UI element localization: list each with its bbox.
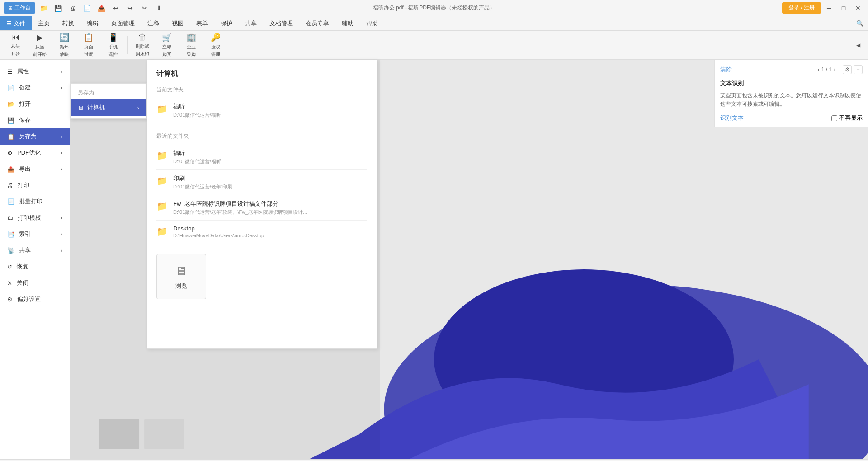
workbench-button[interactable]: ⊞ 工作台 bbox=[4, 2, 35, 14]
menu-page-manage[interactable]: 页面管理 bbox=[105, 16, 141, 30]
toolbar-separator bbox=[127, 36, 128, 54]
properties-arrow: › bbox=[61, 69, 62, 74]
browse-button[interactable]: 🖥 浏览 bbox=[156, 254, 206, 299]
menu-help[interactable]: 帮助 bbox=[360, 16, 384, 30]
menu-view[interactable]: 视图 bbox=[165, 16, 190, 30]
from-current-button[interactable]: ▶ 从当 前开始 bbox=[28, 33, 52, 58]
menu-item-print-template[interactable]: 🗂 打印模板 › bbox=[0, 210, 70, 226]
menu-item-print[interactable]: 🖨 打印 bbox=[0, 177, 70, 193]
properties-label: 属性 bbox=[17, 67, 29, 75]
mobile-label2: 遥控 bbox=[108, 52, 118, 58]
bottom-bar: ◀◀ ◀ ▶ ▶▶ ⊞ ⊟ 👁 ▤ ▥ ▦ ▧ − + 152.67% ⛶ bbox=[0, 459, 868, 461]
right-panel-toggle[interactable]: ◀ bbox=[852, 39, 864, 52]
buy-label: 立即 bbox=[162, 44, 171, 50]
minimize-button[interactable]: ─ bbox=[823, 2, 835, 14]
open-icon: 📂 bbox=[7, 101, 14, 108]
recent-folder-icon-3: 📁 bbox=[156, 226, 168, 237]
menu-assist[interactable]: 辅助 bbox=[335, 16, 360, 30]
mobile-control-button[interactable]: 📱 手机 遥控 bbox=[101, 33, 125, 58]
save-icon[interactable]: 💾 bbox=[52, 2, 64, 14]
print-icon-menu: 🖨 bbox=[7, 182, 13, 189]
export-icon[interactable]: 📤 bbox=[95, 2, 108, 14]
menu-annotate[interactable]: 注释 bbox=[141, 16, 165, 30]
print-template-arrow: › bbox=[61, 216, 62, 221]
recent-folder-name-2: Fw_老年医院标识牌项目设计稿文件部分 bbox=[173, 200, 307, 208]
current-folder-item[interactable]: 📁 福昕 D:\01微信代运营\福昕 bbox=[156, 98, 368, 123]
enterprise-label: 企业 bbox=[187, 44, 196, 50]
from-start-button[interactable]: ⏮ 从头 开始 bbox=[4, 33, 27, 58]
open-label: 打开 bbox=[19, 100, 31, 108]
menu-share[interactable]: 共享 bbox=[239, 16, 263, 30]
recent-folder-3[interactable]: 📁 Desktop D:\HuaweiMoveData\Users\rinro\… bbox=[156, 221, 367, 243]
menu-item-share[interactable]: 📡 共享 › bbox=[0, 242, 70, 259]
redo-icon[interactable]: ↪ bbox=[124, 2, 137, 14]
print-icon[interactable]: 🖨 bbox=[66, 2, 79, 14]
from-start-label2: 开始 bbox=[11, 51, 20, 57]
cut-icon[interactable]: ✂ bbox=[138, 2, 151, 14]
title-bar-right: 登录 / 注册 ─ □ ✕ bbox=[782, 2, 868, 14]
menu-form[interactable]: 表单 bbox=[190, 16, 214, 30]
close-button[interactable]: ✕ bbox=[852, 2, 864, 14]
minus-icon[interactable]: − bbox=[854, 65, 863, 74]
menu-item-create[interactable]: 📄 创建 › bbox=[0, 80, 70, 96]
title-bar: ⊞ 工作台 📁 💾 🖨 📄 📤 ↩ ↪ ✂ ⬇ 福昕办公.pdf - 福昕PDF… bbox=[0, 0, 868, 16]
menu-item-open[interactable]: 📂 打开 bbox=[0, 96, 70, 112]
close-label: 关闭 bbox=[17, 279, 28, 287]
auth-manage-button[interactable]: 🔑 授权 管理 bbox=[204, 33, 227, 58]
saveas-computer[interactable]: 🖥 计算机 › bbox=[71, 99, 146, 116]
undo-icon[interactable]: ↩ bbox=[109, 2, 122, 14]
recent-folder-1[interactable]: 📁 印刷 D:\01微信代运营\老年\印刷 bbox=[156, 170, 367, 195]
recent-folder-path-2: D:\01微信代运营\老年\软装、\Fw_老年医院标识牌项目设计... bbox=[173, 209, 307, 216]
open-file-icon[interactable]: 📁 bbox=[37, 2, 50, 14]
menu-edit[interactable]: 编辑 bbox=[80, 16, 105, 30]
recognize-text-link[interactable]: 识别文本 bbox=[720, 114, 744, 122]
menu-item-saveas[interactable]: 📋 另存为 › bbox=[0, 128, 70, 145]
page-next-button[interactable]: › bbox=[834, 66, 835, 73]
dropdown-arrow-icon[interactable]: ⬇ bbox=[153, 2, 165, 14]
recent-folder-0[interactable]: 📁 福昕 D:\01微信代运营\福昕 bbox=[156, 145, 367, 170]
remove-watermark-button[interactable]: 🗑 删除试 用水印 bbox=[131, 33, 154, 58]
recent-folder-2[interactable]: 📁 Fw_老年医院标识牌项目设计稿文件部分 D:\01微信代运营\老年\软装、\… bbox=[156, 195, 367, 221]
menu-file-label: 文件 bbox=[14, 19, 25, 28]
no-show-checkbox[interactable] bbox=[831, 115, 837, 121]
browse-icon: 🖥 bbox=[175, 263, 188, 278]
menu-doc-manage[interactable]: 文档管理 bbox=[263, 16, 299, 30]
save-label: 保存 bbox=[19, 116, 31, 124]
buy-now-button[interactable]: 🛒 立即 购买 bbox=[155, 33, 179, 58]
menu-item-batch-print[interactable]: 📃 批量打印 bbox=[0, 193, 70, 210]
search-button[interactable]: 🔍 bbox=[852, 16, 868, 30]
maximize-button[interactable]: □ bbox=[837, 2, 850, 14]
menu-item-save[interactable]: 💾 保存 bbox=[0, 112, 70, 128]
menu-vip[interactable]: 会员专享 bbox=[299, 16, 335, 30]
menu-file[interactable]: ☰ 文件 bbox=[0, 16, 32, 30]
menu-item-preferences[interactable]: ⚙ 偏好设置 bbox=[0, 291, 70, 307]
menu-item-properties[interactable]: ☰ 属性 › bbox=[0, 63, 70, 80]
recent-folder-path-1: D:\01微信代运营\老年\印刷 bbox=[173, 183, 232, 190]
mobile-label: 手机 bbox=[108, 44, 118, 50]
batch-print-label: 批量打印 bbox=[19, 198, 42, 206]
settings-icon[interactable]: ⚙ bbox=[843, 65, 852, 74]
loop-icon: 🔄 bbox=[59, 33, 69, 42]
menu-item-pdf-optimize[interactable]: ⚙ PDF优化 › bbox=[0, 145, 70, 161]
page-prev-button[interactable]: ‹ bbox=[818, 66, 820, 73]
menu-protect[interactable]: 保护 bbox=[214, 16, 239, 30]
recover-icon: ↺ bbox=[7, 263, 12, 270]
recent-folder-icon-0: 📁 bbox=[156, 150, 168, 161]
recent-folder-icon-1: 📁 bbox=[156, 175, 168, 186]
saveas-title: 另存为 bbox=[71, 86, 146, 99]
menu-item-close[interactable]: ✕ 关闭 bbox=[0, 275, 70, 291]
enterprise-purchase-button[interactable]: 🏢 企业 采购 bbox=[179, 33, 203, 58]
menu-home[interactable]: 主页 bbox=[32, 16, 56, 30]
menu-item-index[interactable]: 📑 索引 › bbox=[0, 226, 70, 242]
main-area: 3 ☰ 属性 › 📄 创建 › 📂 打开 💾 保存 📋 另存为 › ⚙ bbox=[0, 60, 868, 459]
enterprise-label2: 采购 bbox=[187, 52, 196, 58]
print-template-label: 打印模板 bbox=[18, 214, 41, 222]
menu-item-recover[interactable]: ↺ 恢复 bbox=[0, 259, 70, 275]
loop-play-button[interactable]: 🔄 循环 放映 bbox=[52, 33, 76, 58]
clear-button[interactable]: 清除 bbox=[720, 66, 732, 74]
menu-item-export[interactable]: 📤 导出 › bbox=[0, 161, 70, 177]
menu-convert[interactable]: 转换 bbox=[56, 16, 80, 30]
new-doc-icon[interactable]: 📄 bbox=[80, 2, 93, 14]
login-button[interactable]: 登录 / 注册 bbox=[782, 2, 821, 14]
page-transition-button[interactable]: 📋 页面 过度 bbox=[77, 33, 100, 58]
